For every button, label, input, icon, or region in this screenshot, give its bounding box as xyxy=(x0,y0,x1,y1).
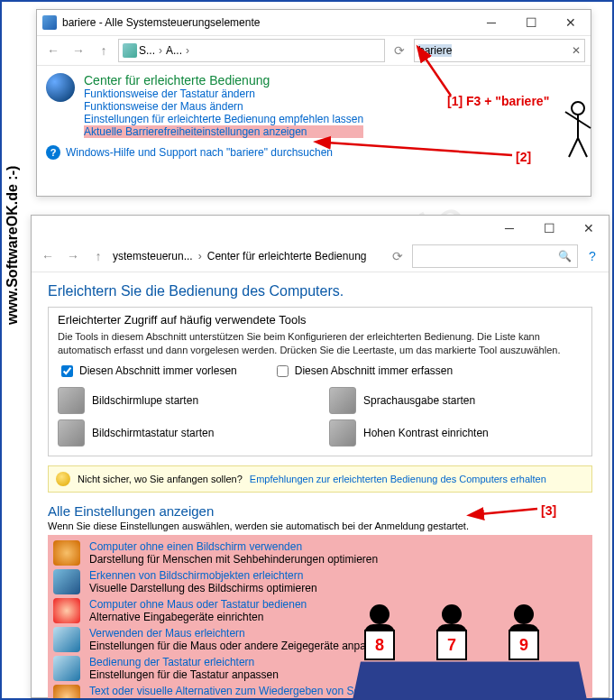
setting-link[interactable]: Text oder visuelle Alternativen zum Wied… xyxy=(89,685,372,697)
start-magnifier-link[interactable]: Bildschirmlupe starten xyxy=(58,387,311,414)
sound-icon xyxy=(53,685,80,698)
close-button[interactable]: ✕ xyxy=(551,10,591,35)
keyboard-icon xyxy=(58,419,85,447)
nav-up-button[interactable]: ↑ xyxy=(87,245,109,267)
setting-desc: Alternative Eingabegeräte einrichten xyxy=(89,611,307,623)
group-description: Die Tools in diesem Abschnitt unterstütz… xyxy=(58,330,582,357)
breadcrumb-seg[interactable]: Center für erleichterte Bedienung xyxy=(207,250,367,262)
window-title: bariere - Alle Systemsteuerungselemente xyxy=(62,16,472,29)
chevron-right-icon: › xyxy=(197,250,204,262)
setting-link[interactable]: Computer ohne Maus oder Tastatur bediene… xyxy=(89,598,307,611)
titlebar: bariere - Alle Systemsteuerungselemente … xyxy=(37,10,591,36)
always-scan-checkbox[interactable]: Diesen Abschnitt immer erfassen xyxy=(273,363,453,380)
nav-up-button[interactable]: ↑ xyxy=(93,40,115,61)
refresh-button[interactable]: ⟳ xyxy=(389,40,410,61)
help-icon: ? xyxy=(46,145,60,160)
sidebar-watermark-text: www.SoftwareOK.de :-) xyxy=(5,166,21,325)
nav-forward-button[interactable]: → xyxy=(68,40,89,61)
setting-desc: Richtet Alternativen für Sounds ein. xyxy=(89,697,372,698)
recommendation-bar: Nicht sicher, wo Sie anfangen sollen? Em… xyxy=(48,465,592,493)
setting-link[interactable]: Bedienung der Tastatur erleichtern xyxy=(89,656,279,668)
setting-link[interactable]: Erkennen von Bildschirmobjekten erleicht… xyxy=(89,569,317,582)
breadcrumb-seg[interactable]: S... xyxy=(139,44,155,57)
search-input[interactable]: bariere ✕ xyxy=(414,39,585,62)
all-settings-heading: Alle Einstellungen anzeigen xyxy=(48,503,592,519)
setting-desc: Einstellungen für die Maus oder andere Z… xyxy=(89,640,389,652)
ease-of-access-window: ─ ☐ ✕ ← → ↑ ystemsteuerun... › Center fü… xyxy=(31,215,609,698)
result-link[interactable]: Funktionsweise der Maus ändern xyxy=(84,100,363,113)
display-icon xyxy=(53,569,80,594)
all-settings-sub: Wenn Sie diese Einstellungen auswählen, … xyxy=(48,520,592,531)
group-title: Erleichterter Zugriff auf häufig verwend… xyxy=(58,313,582,327)
contrast-icon xyxy=(329,419,356,447)
setting-link[interactable]: Verwenden der Maus erleichtern xyxy=(89,627,389,640)
tool-label: Hohen Kontrast einrichten xyxy=(363,427,489,439)
result-heading[interactable]: Center für erleichterte Bedienung xyxy=(84,73,363,88)
titlebar: ─ ☐ ✕ xyxy=(32,216,609,241)
search-icon: 🔍 xyxy=(558,250,572,262)
close-button[interactable]: ✕ xyxy=(569,216,609,241)
quick-tools-group: Erleichterter Zugriff auf häufig verwend… xyxy=(48,307,592,456)
minimize-button[interactable]: ─ xyxy=(472,10,511,35)
settings-list-highlighted: Computer ohne einen Bildschirm verwenden… xyxy=(48,535,592,698)
always-read-checkbox[interactable]: Diesen Abschnitt immer vorlesen xyxy=(58,363,237,380)
high-contrast-link[interactable]: Hohen Kontrast einrichten xyxy=(329,419,582,447)
nav-back-button[interactable]: ← xyxy=(37,245,59,267)
tool-label: Bildschirmtastatur starten xyxy=(92,427,214,439)
chevron-right-icon: › xyxy=(184,44,191,57)
reco-link[interactable]: Empfehlungen zur erleichterten Bedienung… xyxy=(250,474,584,484)
checkbox-label: Diesen Abschnitt immer erfassen xyxy=(295,364,453,377)
setting-desc: Darstellung für Menschen mit Sehbehinder… xyxy=(89,553,378,566)
location-icon xyxy=(123,43,137,58)
page-heading: Erleichtern Sie die Bedienung des Comput… xyxy=(48,283,592,299)
result-link[interactable]: Einstellungen für erleichterte Bedienung… xyxy=(84,113,363,125)
clear-search-icon[interactable]: ✕ xyxy=(572,44,581,57)
chevron-right-icon: › xyxy=(157,44,164,57)
reco-text: Nicht sicher, wo Sie anfangen sollen? xyxy=(78,474,243,484)
setting-desc: Einstellungen für die Tastatur anpassen xyxy=(89,668,279,681)
maximize-button[interactable]: ☐ xyxy=(511,10,551,35)
no-display-icon xyxy=(53,540,80,566)
checkbox-label: Diesen Abschnitt immer vorlesen xyxy=(79,364,237,377)
breadcrumb[interactable]: S... › A... › xyxy=(118,39,385,62)
checkbox-input[interactable] xyxy=(61,365,73,377)
control-panel-icon xyxy=(42,15,57,30)
breadcrumb[interactable]: ystemsteuerun... › Center für erleichter… xyxy=(113,250,383,262)
mouse-icon xyxy=(53,627,80,652)
help-search-link[interactable]: Windows-Hilfe und Support nach "bariere"… xyxy=(66,146,333,159)
refresh-button[interactable]: ⟳ xyxy=(387,245,408,267)
search-text: bariere xyxy=(418,44,452,57)
search-input[interactable]: 🔍 xyxy=(412,244,578,268)
result-link-highlighted[interactable]: Aktuelle Barrierefreiheiteinstellungen a… xyxy=(84,125,363,138)
search-results-window: bariere - Alle Systemsteuerungselemente … xyxy=(36,9,591,197)
magnifier-icon xyxy=(58,387,85,414)
start-osk-link[interactable]: Bildschirmtastatur starten xyxy=(58,419,311,447)
tool-label: Sprachausgabe starten xyxy=(363,394,475,407)
nav-back-button[interactable]: ← xyxy=(42,40,64,61)
tool-label: Bildschirmlupe starten xyxy=(92,394,198,407)
help-button[interactable]: ? xyxy=(582,245,603,267)
result-link[interactable]: Funktionsweise der Tastatur ändern xyxy=(84,88,363,100)
start-narrator-link[interactable]: Sprachausgabe starten xyxy=(329,387,582,414)
keyboard-setting-icon xyxy=(53,656,80,681)
breadcrumb-seg[interactable]: A... xyxy=(166,44,182,57)
minimize-button[interactable]: ─ xyxy=(490,216,529,241)
lightbulb-icon xyxy=(56,472,70,486)
breadcrumb-seg[interactable]: ystemsteuerun... xyxy=(113,250,193,262)
no-mouse-icon xyxy=(53,598,80,623)
setting-desc: Visuelle Darstellung des Bildschirms opt… xyxy=(89,582,317,594)
narrator-icon xyxy=(329,387,356,414)
nav-forward-button[interactable]: → xyxy=(62,245,84,267)
setting-link[interactable]: Computer ohne einen Bildschirm verwenden xyxy=(89,540,378,553)
ease-of-access-icon xyxy=(46,73,75,102)
maximize-button[interactable]: ☐ xyxy=(529,216,569,241)
checkbox-input[interactable] xyxy=(277,365,289,377)
